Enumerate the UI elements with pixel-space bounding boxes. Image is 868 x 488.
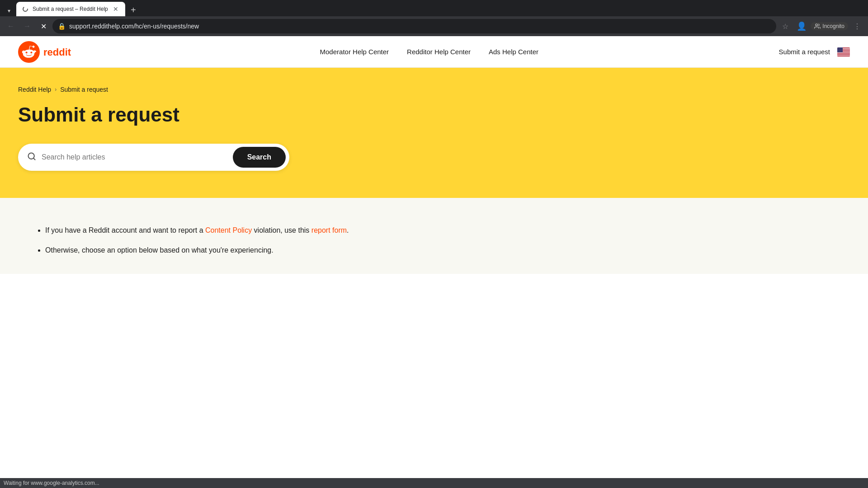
address-text: support.reddithelp.com/hc/en-us/requests…	[69, 23, 771, 30]
list-item: If you have a Reddit account and want to…	[45, 225, 850, 236]
back-button[interactable]: ←	[4, 19, 18, 33]
site-header: reddit Moderator Help Center Redditor He…	[0, 36, 868, 68]
incognito-icon	[814, 23, 821, 29]
new-tab-button[interactable]: +	[127, 4, 140, 16]
report-form-link[interactable]: report form	[311, 226, 347, 234]
svg-rect-14	[837, 53, 850, 54]
page-title: Submit a request	[18, 104, 850, 126]
bookmark-button[interactable]: ☆	[778, 19, 793, 33]
search-button[interactable]: Search	[233, 147, 286, 168]
language-flag-icon[interactable]	[837, 47, 850, 56]
svg-text:reddit: reddit	[43, 47, 71, 57]
breadcrumb-current: Submit a request	[60, 86, 108, 93]
svg-line-21	[33, 158, 35, 160]
us-flag-svg	[837, 47, 850, 56]
ads-help-center-link[interactable]: Ads Help Center	[489, 48, 538, 56]
content-text-after: .	[347, 226, 349, 234]
tab-close-button[interactable]: ✕	[112, 5, 120, 13]
content-text-otherwise: Otherwise, choose an option below based …	[45, 246, 274, 254]
lock-icon: 🔒	[58, 23, 66, 30]
status-bar: Waiting for www.google-analytics.com...	[0, 478, 868, 488]
content-text-middle: violation, use this	[252, 226, 311, 234]
reddit-wordmark-icon: reddit	[43, 47, 80, 57]
menu-button[interactable]: ⋮	[850, 19, 864, 33]
list-item: Otherwise, choose an option below based …	[45, 245, 850, 256]
content-section: If you have a Reddit account and want to…	[0, 198, 868, 274]
svg-rect-13	[837, 52, 850, 53]
tab-favicon	[22, 5, 29, 13]
svg-rect-16	[837, 54, 850, 55]
search-input[interactable]	[42, 153, 227, 161]
status-text: Waiting for www.google-analytics.com...	[4, 480, 99, 486]
tab-title: Submit a request – Reddit Help	[33, 6, 108, 12]
svg-point-0	[23, 7, 28, 11]
site-logo[interactable]: reddit	[18, 41, 80, 63]
search-container: Search	[18, 144, 289, 171]
incognito-badge: Incognito	[811, 22, 848, 30]
toolbar-actions: ☆ 👤 Incognito ⋮	[778, 19, 864, 33]
browser-chrome: ▾ Submit a request – Reddit Help ✕ + ← →…	[0, 0, 868, 36]
svg-rect-18	[837, 56, 850, 56]
tab-list-button[interactable]: ▾	[4, 5, 14, 16]
incognito-label: Incognito	[822, 23, 844, 29]
browser-toolbar: ← → ✕ 🔒 support.reddithelp.com/hc/en-us/…	[0, 16, 868, 36]
breadcrumb: Reddit Help › Submit a request	[18, 86, 850, 93]
svg-point-3	[26, 52, 28, 53]
breadcrumb-separator: ›	[55, 86, 57, 93]
reddit-logo-icon	[18, 41, 40, 63]
search-icon	[27, 152, 36, 163]
site-header-right: Submit a request	[779, 47, 850, 56]
moderator-help-center-link[interactable]: Moderator Help Center	[320, 48, 389, 56]
site-nav: Moderator Help Center Redditor Help Cent…	[320, 48, 539, 56]
svg-rect-15	[837, 53, 850, 54]
loading-spinner-icon	[22, 6, 28, 12]
svg-point-1	[816, 24, 818, 26]
active-tab[interactable]: Submit a request – Reddit Help ✕	[16, 2, 125, 16]
breadcrumb-home-link[interactable]: Reddit Help	[18, 86, 51, 93]
address-bar[interactable]: 🔒 support.reddithelp.com/hc/en-us/reques…	[52, 19, 776, 33]
svg-point-4	[30, 52, 32, 53]
reload-button[interactable]: ✕	[36, 19, 51, 33]
content-list: If you have a Reddit account and want to…	[18, 225, 850, 256]
content-text-before: If you have a Reddit account and want to…	[45, 226, 205, 234]
svg-rect-17	[837, 55, 850, 56]
tab-bar: ▾ Submit a request – Reddit Help ✕ +	[0, 0, 868, 16]
forward-button[interactable]: →	[20, 19, 34, 33]
hero-section: Reddit Help › Submit a request Submit a …	[0, 68, 868, 198]
content-policy-link[interactable]: Content Policy	[205, 226, 252, 234]
redditor-help-center-link[interactable]: Redditor Help Center	[407, 48, 471, 56]
profile-button[interactable]: 👤	[794, 19, 809, 33]
website: reddit Moderator Help Center Redditor He…	[0, 36, 868, 274]
submit-request-header-link[interactable]: Submit a request	[779, 48, 830, 56]
svg-rect-19	[837, 47, 843, 52]
